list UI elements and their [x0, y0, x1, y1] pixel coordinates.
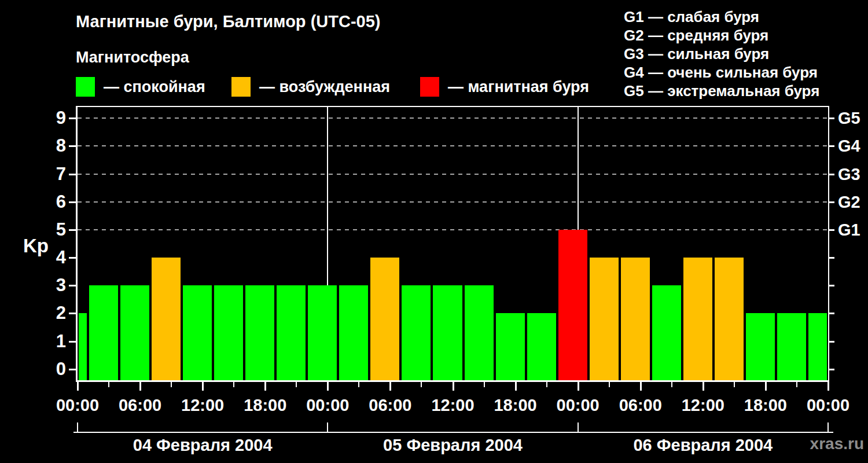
legend-item-storm: — магнитная буря	[420, 77, 589, 97]
right-axis-label-g4: G4	[838, 136, 860, 156]
storm-scale-g2: G2 — средняя буря	[624, 26, 819, 45]
kp-bar	[277, 285, 306, 380]
kp-bar	[683, 258, 712, 380]
x-axis-minor-tick	[296, 382, 297, 387]
x-axis-label: 00:00	[546, 396, 610, 414]
right-axis-tick	[829, 229, 834, 231]
y-axis-label: 5	[39, 221, 66, 239]
kp-bar	[433, 285, 462, 380]
kp-bar	[558, 230, 587, 380]
x-axis-major-tick	[139, 382, 141, 391]
x-axis-label: 00:00	[46, 396, 109, 414]
kp-bar	[79, 313, 87, 380]
date-label: 05 Февраля 2004	[349, 436, 557, 454]
x-axis-minor-tick	[609, 382, 610, 387]
storm-color-swatch	[420, 77, 439, 97]
y-axis-label: 4	[39, 248, 66, 267]
date-label: 06 Февраля 2004	[599, 436, 807, 454]
legend-label-quiet: — спокойная	[104, 78, 205, 96]
right-axis-label-g1: G1	[838, 220, 860, 240]
legend-item-unsettled: — возбужденная	[231, 77, 390, 97]
kp-bar	[89, 285, 118, 380]
gridline-kp9	[78, 117, 828, 119]
x-axis-label: 06:00	[108, 396, 172, 414]
magnetic-storm-chart: Магнитные бури, Балтимор (UTC-05) Магнит…	[0, 0, 868, 463]
y-axis-tick	[69, 341, 76, 343]
watermark: xras.ru	[804, 435, 864, 453]
y-axis-tick	[69, 145, 76, 147]
x-axis-minor-tick	[171, 382, 172, 387]
storm-scale-g4: G4 — очень сильная буря	[624, 63, 819, 82]
x-axis-minor-tick	[484, 382, 485, 387]
x-axis-major-tick	[264, 382, 266, 391]
right-axis-label-g5: G5	[838, 108, 860, 128]
x-axis-label: 00:00	[296, 396, 359, 414]
right-axis-tick	[829, 285, 834, 286]
x-axis-minor-tick	[796, 382, 797, 387]
gridline-kp6	[78, 201, 828, 203]
x-axis-label: 12:00	[421, 396, 485, 414]
kp-bar	[214, 285, 243, 380]
kp-bar	[808, 313, 827, 380]
y-axis-label: 7	[39, 165, 66, 183]
x-axis-major-tick	[640, 382, 642, 391]
x-axis-label: 12:00	[171, 396, 234, 414]
kp-bar	[183, 285, 212, 380]
y-axis-tick	[69, 174, 76, 175]
y-axis-tick	[69, 229, 76, 231]
right-axis-tick	[829, 313, 834, 314]
gridline-kp8	[78, 145, 828, 146]
x-axis-minor-tick	[671, 382, 672, 387]
kp-bar	[496, 313, 525, 380]
x-axis-label: 18:00	[734, 396, 797, 414]
x-axis-major-tick	[703, 382, 704, 391]
y-axis-tick	[69, 201, 76, 203]
date-ruler-tick	[578, 422, 579, 432]
kp-bar	[746, 313, 775, 380]
kp-bar	[152, 258, 181, 380]
legend-label-unsettled: — возбужденная	[259, 78, 390, 96]
kp-bar	[777, 313, 806, 380]
y-axis-tick	[69, 313, 76, 314]
kp-bar	[621, 258, 650, 380]
x-axis-major-tick	[77, 382, 79, 391]
x-axis-major-tick	[765, 382, 767, 391]
x-axis-minor-tick	[421, 382, 422, 387]
x-axis-major-tick	[389, 382, 391, 391]
right-axis-tick	[829, 201, 834, 203]
kp-bar	[370, 258, 399, 380]
y-axis-label: 9	[39, 109, 66, 127]
y-axis-label: 6	[39, 193, 66, 211]
date-ruler-tick	[827, 422, 829, 432]
date-ruler-tick	[327, 422, 328, 432]
date-ruler-line	[73, 432, 833, 433]
x-axis-label: 06:00	[358, 396, 422, 414]
y-axis-tick	[69, 257, 76, 259]
kp-bar	[590, 258, 619, 380]
gridline-kp5	[78, 229, 828, 230]
kp-bar	[715, 258, 744, 380]
right-axis-label-g2: G2	[838, 192, 860, 212]
right-axis-tick	[829, 369, 834, 370]
x-axis-major-tick	[327, 382, 329, 391]
date-label: 04 Февраля 2004	[98, 436, 307, 454]
x-axis-major-tick	[578, 382, 579, 391]
storm-scale-g5: G5 — экстремальная буря	[624, 82, 819, 100]
kp-bar	[652, 285, 681, 380]
x-axis-minor-tick	[233, 382, 234, 387]
kp-bar	[308, 285, 337, 380]
right-axis-label-g3: G3	[838, 164, 860, 184]
unsettled-color-swatch	[231, 77, 251, 97]
kp-bar	[120, 285, 149, 380]
x-axis-label: 18:00	[233, 396, 297, 414]
storm-scale-g1: G1 — слабая буря	[624, 8, 819, 26]
plot-area: 0123456789G1G2G3G4G500:0006:0012:0018:00…	[76, 106, 829, 382]
x-axis-major-tick	[453, 382, 454, 391]
y-axis-label: 8	[39, 137, 66, 155]
storm-scale-legend: G1 — слабая буря G2 — средняя буря G3 — …	[624, 8, 819, 100]
right-axis-tick	[829, 145, 834, 147]
y-axis-label: 3	[39, 276, 66, 295]
magnetosphere-subtitle: Магнитосфера	[76, 49, 189, 67]
y-axis-tick	[69, 285, 76, 286]
y-axis-tick	[69, 117, 76, 119]
